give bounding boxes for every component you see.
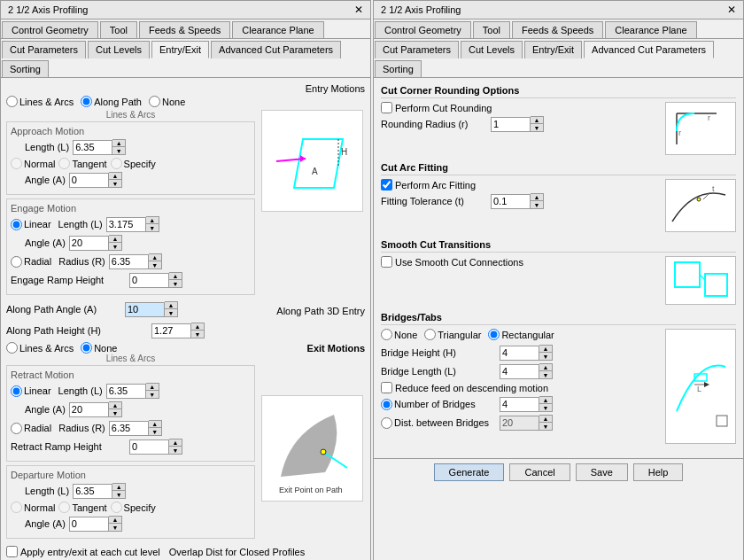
departure-length-input[interactable] — [73, 484, 112, 499]
radio-specify-departure[interactable]: Specify — [111, 502, 156, 513]
fitting-tolerance-spinner[interactable]: ▲ ▼ — [491, 193, 544, 209]
approach-angle-spinner[interactable]: ▲ ▼ — [69, 172, 122, 188]
engage-radius-input[interactable] — [109, 254, 149, 269]
engage-angle-input[interactable] — [69, 236, 109, 251]
bridge-length-up[interactable]: ▲ — [539, 364, 552, 371]
right-cancel-button[interactable]: Cancel — [509, 463, 570, 481]
engage-radius-spinner[interactable]: ▲ ▼ — [109, 253, 162, 269]
tab-cut-parameters[interactable]: Cut Parameters — [2, 41, 86, 58]
engage-length-up[interactable]: ▲ — [146, 217, 159, 224]
bridge-height-down[interactable]: ▼ — [539, 353, 552, 360]
departure-angle-down[interactable]: ▼ — [109, 524, 121, 531]
engage-length-down[interactable]: ▼ — [146, 224, 159, 231]
num-bridges-up[interactable]: ▲ — [539, 397, 552, 404]
retract-angle-down[interactable]: ▼ — [109, 409, 121, 416]
retract-length-spinner[interactable]: ▲ ▼ — [106, 383, 159, 399]
approach-length-input[interactable] — [73, 140, 112, 155]
departure-length-spinner[interactable]: ▲ ▼ — [73, 483, 126, 499]
tab-cut-levels[interactable]: Cut Levels — [88, 41, 150, 58]
right-tab-feeds-speeds[interactable]: Feeds & Speeds — [512, 21, 603, 38]
radio-none-exit[interactable]: None — [81, 342, 117, 354]
along-path-height-up[interactable]: ▲ — [191, 323, 204, 331]
radio-none-entry[interactable]: None — [149, 96, 185, 107]
dist-bridges-down[interactable]: ▼ — [539, 423, 552, 430]
departure-angle-up[interactable]: ▲ — [109, 517, 121, 524]
tab-feeds-speeds[interactable]: Feeds & Speeds — [139, 21, 230, 38]
dist-bridges-up[interactable]: ▲ — [539, 416, 552, 423]
retract-radius-down[interactable]: ▼ — [149, 428, 161, 435]
dist-bridges-input[interactable] — [500, 416, 539, 431]
departure-angle-spinner[interactable]: ▲ ▼ — [69, 516, 122, 532]
tab-tool[interactable]: Tool — [100, 21, 137, 38]
radio-linear-retract[interactable]: Linear — [11, 385, 51, 397]
retract-angle-input[interactable] — [69, 402, 109, 417]
departure-length-up[interactable]: ▲ — [112, 484, 125, 491]
approach-length-spinner[interactable]: ▲ ▼ — [73, 139, 126, 155]
along-path-height-spinner[interactable]: ▲ ▼ — [151, 323, 205, 338]
num-bridges-input[interactable] — [500, 397, 539, 412]
radio-specify-approach[interactable]: Specify — [111, 158, 156, 169]
retract-length-down[interactable]: ▼ — [146, 391, 159, 398]
right-tab-control-geometry[interactable]: Control Geometry — [375, 21, 471, 38]
retract-angle-spinner[interactable]: ▲ ▼ — [69, 401, 122, 417]
engage-ramp-up[interactable]: ▲ — [169, 273, 182, 280]
fitting-tolerance-input[interactable] — [491, 194, 531, 209]
radio-dist-bridges[interactable]: Dist. between Bridges — [381, 417, 496, 429]
approach-angle-down[interactable]: ▼ — [109, 180, 121, 187]
tab-clearance-plane[interactable]: Clearance Plane — [232, 21, 323, 38]
fitting-tolerance-down[interactable]: ▼ — [531, 201, 543, 208]
num-bridges-down[interactable]: ▼ — [539, 404, 552, 411]
radio-tangent-departure[interactable]: Tangent — [58, 502, 106, 513]
engage-radius-up[interactable]: ▲ — [149, 254, 161, 261]
retract-length-up[interactable]: ▲ — [146, 384, 159, 391]
bridge-length-input[interactable] — [500, 364, 539, 379]
right-tab-cut-parameters[interactable]: Cut Parameters — [375, 41, 459, 58]
departure-length-down[interactable]: ▼ — [112, 491, 125, 498]
perform-rounding-checkbox[interactable]: Perform Cut Rounding — [381, 102, 492, 113]
engage-length-input[interactable] — [106, 217, 146, 232]
use-smooth-checkbox[interactable]: Use Smooth Cut Connections — [381, 256, 523, 268]
tab-advanced-cut-parameters[interactable]: Advanced Cut Parameters — [211, 41, 341, 58]
rounding-radius-down[interactable]: ▼ — [531, 124, 543, 131]
radio-lines-arcs-entry[interactable]: Lines & Arcs — [6, 96, 74, 107]
radio-linear-engage[interactable]: Linear — [11, 219, 51, 230]
radio-radial-engage[interactable]: Radial — [11, 256, 51, 268]
right-tab-cut-levels[interactable]: Cut Levels — [461, 41, 523, 58]
bridge-height-up[interactable]: ▲ — [539, 346, 552, 353]
along-path-height-input[interactable] — [151, 323, 191, 338]
retract-length-input[interactable] — [106, 384, 146, 399]
engage-ramp-down[interactable]: ▼ — [169, 280, 182, 287]
retract-ramp-up[interactable]: ▲ — [169, 439, 182, 447]
retract-radius-input[interactable] — [109, 421, 149, 436]
departure-angle-input[interactable] — [69, 517, 109, 532]
engage-ramp-input[interactable] — [129, 273, 169, 288]
radio-radial-retract[interactable]: Radial — [11, 423, 51, 434]
engage-length-spinner[interactable]: ▲ ▼ — [106, 216, 159, 232]
retract-radius-spinner[interactable]: ▲ ▼ — [109, 420, 162, 436]
engage-radius-down[interactable]: ▼ — [149, 261, 161, 268]
dist-bridges-spinner[interactable]: ▲ ▼ — [500, 415, 553, 431]
radio-none-bridges[interactable]: None — [381, 329, 417, 340]
right-close-button[interactable]: ✕ — [727, 4, 736, 16]
num-bridges-spinner[interactable]: ▲ ▼ — [500, 396, 553, 412]
engage-angle-down[interactable]: ▼ — [109, 243, 121, 250]
approach-length-up[interactable]: ▲ — [112, 140, 125, 147]
radio-num-bridges[interactable]: Number of Bridges — [381, 399, 496, 410]
bridge-height-input[interactable] — [500, 346, 539, 361]
apply-entry-exit-checkbox[interactable]: Apply entry/exit at each cut level — [6, 546, 160, 557]
tab-control-geometry[interactable]: Control Geometry — [2, 21, 98, 38]
radio-along-path-entry[interactable]: Along Path — [81, 96, 142, 107]
left-close-button[interactable]: ✕ — [354, 4, 363, 16]
retract-ramp-input[interactable] — [129, 439, 169, 455]
bridge-length-spinner[interactable]: ▲ ▼ — [500, 363, 553, 379]
right-generate-button[interactable]: Generate — [434, 463, 505, 481]
right-save-button[interactable]: Save — [576, 463, 628, 481]
fitting-tolerance-up[interactable]: ▲ — [531, 194, 543, 201]
rounding-radius-spinner[interactable]: ▲ ▼ — [491, 116, 544, 132]
right-tab-entry-exit[interactable]: Entry/Exit — [524, 41, 582, 58]
along-path-angle-up[interactable]: ▲ — [165, 302, 177, 309]
bridge-height-spinner[interactable]: ▲ ▼ — [500, 345, 553, 361]
radio-lines-arcs-exit[interactable]: Lines & Arcs — [6, 342, 74, 354]
right-help-button[interactable]: Help — [633, 463, 684, 481]
radio-tangent-approach[interactable]: Tangent — [58, 158, 106, 169]
